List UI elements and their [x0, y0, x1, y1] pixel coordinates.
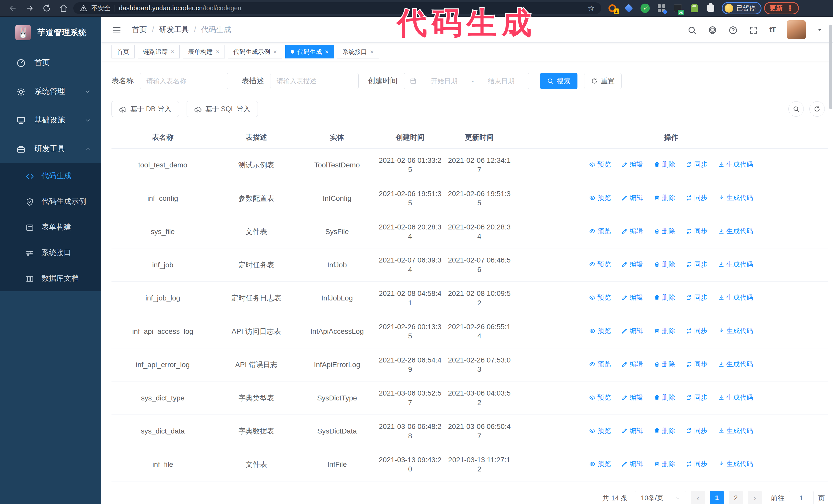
browser-home-icon[interactable] [56, 2, 71, 14]
edit-link[interactable]: 编辑 [622, 194, 643, 202]
sidebar-item-system-management[interactable]: 系统管理 [0, 77, 101, 105]
sync-link[interactable]: 同步 [686, 227, 708, 236]
delete-link[interactable]: 删除 [654, 227, 675, 236]
edit-link[interactable]: 编辑 [622, 327, 643, 335]
preview-link[interactable]: 预览 [589, 360, 611, 369]
github-icon[interactable] [708, 24, 717, 35]
close-icon[interactable]: × [171, 48, 174, 55]
sync-link[interactable]: 同步 [686, 460, 708, 469]
browser-reload-icon[interactable] [40, 2, 54, 14]
sync-link[interactable]: 同步 [686, 393, 708, 402]
sidebar-item-codegen-example[interactable]: 代码生成示例 [0, 189, 101, 214]
edit-link[interactable]: 编辑 [622, 460, 643, 469]
page-button-2[interactable]: 2 [729, 491, 743, 504]
preview-link[interactable]: 预览 [589, 160, 611, 169]
bookmark-star-icon[interactable]: ☆ [588, 4, 595, 13]
import-db-button[interactable]: 基于 DB 导入 [112, 101, 179, 117]
preview-link[interactable]: 预览 [589, 227, 611, 236]
page-button-1[interactable]: 1 [710, 491, 724, 504]
hamburger-icon[interactable] [112, 24, 121, 35]
show-search-button[interactable] [788, 101, 804, 117]
table-desc-input[interactable] [270, 73, 359, 89]
refresh-table-button[interactable] [809, 101, 825, 117]
tab-form-builder[interactable]: 表单构建× [183, 45, 225, 58]
avatar-caret-down-icon[interactable] [817, 27, 822, 32]
delete-link[interactable]: 删除 [654, 460, 675, 469]
generate-code-link[interactable]: 生成代码 [718, 427, 753, 435]
sidebar-item-dev-tools[interactable]: 研发工具 [0, 134, 101, 163]
sync-link[interactable]: 同步 [686, 360, 708, 369]
edit-link[interactable]: 编辑 [622, 427, 643, 435]
extension-grid-icon[interactable] [657, 3, 666, 13]
preview-link[interactable]: 预览 [589, 293, 611, 302]
generate-code-link[interactable]: 生成代码 [718, 227, 753, 236]
browser-forward-icon[interactable] [23, 2, 37, 14]
edit-link[interactable]: 编辑 [622, 227, 643, 236]
extension-gem-icon[interactable] [624, 3, 634, 13]
delete-link[interactable]: 删除 [654, 427, 675, 435]
delete-link[interactable]: 删除 [654, 293, 675, 302]
close-icon[interactable]: × [325, 48, 329, 55]
browser-update-button[interactable]: 更新 ⋮ [764, 2, 799, 14]
browser-back-icon[interactable] [6, 2, 20, 14]
sync-link[interactable]: 同步 [686, 160, 708, 169]
delete-link[interactable]: 删除 [654, 260, 675, 269]
sidebar-item-home[interactable]: 首页 [0, 48, 101, 77]
sidebar-item-code-generation[interactable]: 代码生成 [0, 163, 101, 189]
import-sql-button[interactable]: 基于 SQL 导入 [187, 101, 258, 117]
tab-code-generation[interactable]: 代码生成× [285, 45, 334, 58]
generate-code-link[interactable]: 生成代码 [718, 460, 753, 469]
generate-code-link[interactable]: 生成代码 [718, 160, 753, 169]
generate-code-link[interactable]: 生成代码 [718, 393, 753, 402]
edit-link[interactable]: 编辑 [622, 160, 643, 169]
generate-code-link[interactable]: 生成代码 [718, 260, 753, 269]
delete-link[interactable]: 删除 [654, 393, 675, 402]
preview-link[interactable]: 预览 [589, 460, 611, 469]
generate-code-link[interactable]: 生成代码 [718, 327, 753, 335]
sidebar-item-database-docs[interactable]: 数据库文档 [0, 266, 101, 291]
scrollbar-thumb[interactable] [829, 25, 832, 109]
jump-page-input[interactable] [789, 491, 814, 504]
start-date-placeholder[interactable]: 开始日期 [422, 77, 467, 86]
sync-link[interactable]: 同步 [686, 293, 708, 302]
date-range-picker[interactable]: 开始日期 - 结束日期 [404, 73, 529, 89]
close-icon[interactable]: × [370, 48, 374, 55]
delete-link[interactable]: 删除 [654, 160, 675, 169]
user-avatar[interactable] [787, 20, 806, 39]
help-icon[interactable] [729, 24, 738, 35]
reset-button[interactable]: 重置 [584, 73, 622, 89]
extension-robot-icon[interactable] [689, 3, 699, 13]
close-icon[interactable]: × [273, 48, 277, 55]
tab-system-api[interactable]: 系统接口× [337, 45, 379, 58]
extension-puzzle-icon[interactable] [706, 3, 716, 13]
sidebar-item-system-api[interactable]: 系统接口 [0, 240, 101, 266]
delete-link[interactable]: 删除 [654, 327, 675, 335]
profile-paused-chip[interactable]: 已暂停 [722, 2, 761, 14]
tab-trace[interactable]: 链路追踪× [138, 45, 180, 58]
edit-link[interactable]: 编辑 [622, 393, 643, 402]
sidebar-item-form-builder[interactable]: 表单构建 [0, 214, 101, 240]
generate-code-link[interactable]: 生成代码 [718, 293, 753, 302]
end-date-placeholder[interactable]: 结束日期 [479, 77, 523, 86]
sync-link[interactable]: 同步 [686, 260, 708, 269]
font-size-icon[interactable]: tT [769, 25, 776, 34]
search-button[interactable]: 搜索 [540, 73, 577, 89]
extension-orange-ring-icon[interactable]: 1 [608, 3, 617, 13]
tab-home[interactable]: 首页 [112, 45, 135, 58]
preview-link[interactable]: 预览 [589, 327, 611, 335]
edit-link[interactable]: 编辑 [622, 360, 643, 369]
breadcrumb-home[interactable]: 首页 [132, 25, 147, 35]
extension-green-check-icon[interactable]: ✓ [640, 3, 650, 13]
delete-link[interactable]: 删除 [654, 194, 675, 202]
generate-code-link[interactable]: 生成代码 [718, 360, 753, 369]
preview-link[interactable]: 预览 [589, 393, 611, 402]
preview-link[interactable]: 预览 [589, 427, 611, 435]
prev-page-button[interactable]: ‹ [691, 491, 705, 504]
edit-link[interactable]: 编辑 [622, 293, 643, 302]
table-name-input[interactable] [140, 73, 229, 89]
sync-link[interactable]: 同步 [686, 327, 708, 335]
next-page-button[interactable]: › [748, 491, 762, 504]
delete-link[interactable]: 删除 [654, 360, 675, 369]
page-size-select[interactable]: 10条/页 [635, 491, 686, 504]
browser-menu-dots-icon[interactable]: ⋮ [786, 4, 793, 12]
